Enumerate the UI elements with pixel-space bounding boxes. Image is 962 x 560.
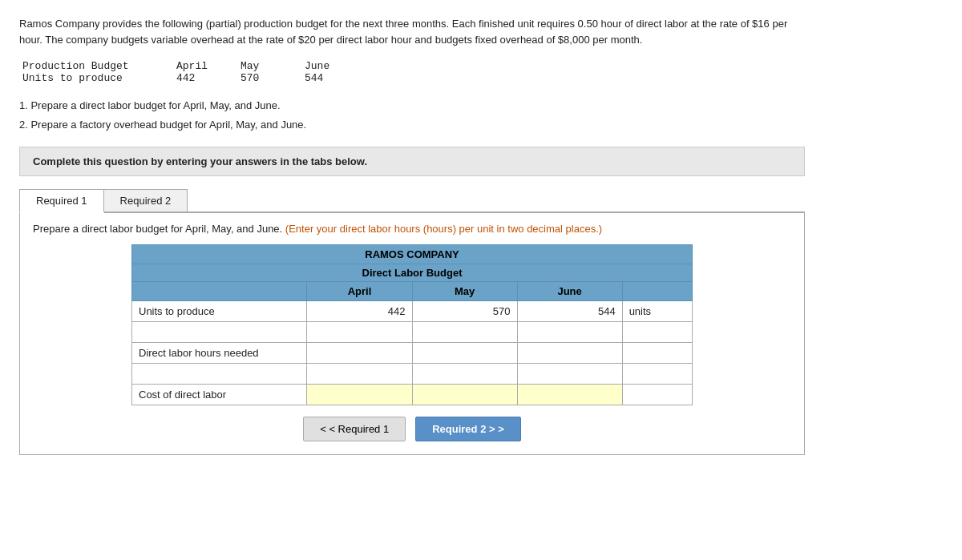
complete-box: Complete this question by entering your …	[19, 147, 805, 176]
tab-required2[interactable]: Required 2	[103, 189, 188, 212]
tab-instruction: Prepare a direct labor budget for April,…	[33, 223, 791, 235]
prod-val-june: 544	[305, 72, 343, 84]
budget-table: RAMOS COMPANY Direct Labor Budget April …	[131, 244, 693, 405]
cost-june-input[interactable]	[518, 385, 622, 405]
budget-table-wrapper: RAMOS COMPANY Direct Labor Budget April …	[131, 244, 693, 405]
input1-june-cell[interactable]	[517, 322, 622, 343]
dlh-may-input[interactable]	[413, 343, 517, 363]
tabs-container: Required 1 Required 2	[19, 189, 805, 213]
tab-instruction-orange: (Enter your direct labor hours (hours) p…	[285, 223, 602, 235]
units-april-value: 442	[307, 301, 412, 322]
col-june-header: June	[517, 282, 622, 301]
tab-instruction-plain: Prepare a direct labor budget for April,…	[33, 223, 282, 235]
input2-may-cell[interactable]	[412, 364, 517, 385]
instruction-line1: 1. Prepare a direct labor budget for Apr…	[19, 97, 805, 115]
cost-april-input[interactable]	[307, 385, 411, 405]
prod-col-may-header: May	[240, 60, 279, 72]
input2-may-input[interactable]	[413, 364, 517, 384]
tab-required1[interactable]: Required 1	[19, 189, 104, 213]
instruction-line2: 2. Prepare a factory overhead budget for…	[19, 116, 805, 134]
input1-may-input[interactable]	[413, 322, 517, 342]
units-unit-label: units	[622, 301, 692, 322]
prod-col-april-header: April	[176, 60, 215, 72]
input2-april-cell[interactable]	[307, 364, 412, 385]
tab-content: Prepare a direct labor budget for April,…	[19, 213, 805, 455]
complete-box-text: Complete this question by entering your …	[33, 155, 367, 167]
input2-label	[132, 364, 307, 385]
input1-june-input[interactable]	[518, 322, 622, 342]
table-row-units: Units to produce 442 570 544 units	[132, 301, 693, 322]
units-june-value: 544	[517, 301, 622, 322]
cost-label: Cost of direct labor	[132, 385, 307, 405]
table-row-input1[interactable]	[132, 322, 693, 343]
input1-may-cell[interactable]	[412, 322, 517, 343]
input1-april-input[interactable]	[307, 322, 411, 342]
instructions: 1. Prepare a direct labor budget for Apr…	[19, 97, 805, 134]
production-budget-table: Production Budget April May June Units t…	[22, 60, 943, 84]
input1-april-cell[interactable]	[307, 322, 412, 343]
cost-may-cell[interactable]	[412, 385, 517, 405]
nav-btn-required1[interactable]: < Required 1	[303, 417, 406, 441]
col-may-header: May	[412, 282, 517, 301]
prod-val-april: 442	[176, 72, 215, 84]
col-label-header	[132, 282, 307, 301]
input1-unit-cell	[622, 322, 692, 343]
table-header-cols: April May June	[132, 282, 693, 301]
table-row-dlh[interactable]: Direct labor hours needed	[132, 343, 693, 364]
dlh-april-cell[interactable]	[307, 343, 412, 364]
table-row-cost[interactable]: Cost of direct labor	[132, 385, 693, 405]
table-header-title: Direct Labor Budget	[132, 264, 693, 282]
table-row-input2[interactable]	[132, 364, 693, 385]
dlh-april-input[interactable]	[307, 343, 411, 363]
table-header-company: RAMOS COMPANY	[132, 245, 693, 264]
col-april-header: April	[307, 282, 412, 301]
cost-april-cell[interactable]	[307, 385, 412, 405]
dlh-june-cell[interactable]	[517, 343, 622, 364]
dlh-unit-cell	[622, 343, 692, 364]
intro-text: Ramos Company provides the following (pa…	[19, 16, 805, 47]
input2-june-cell[interactable]	[517, 364, 622, 385]
input2-june-input[interactable]	[518, 364, 622, 384]
nav-btn-required2[interactable]: Required 2 >	[415, 417, 521, 441]
dlh-label: Direct labor hours needed	[132, 343, 307, 364]
cost-unit-cell	[622, 385, 692, 405]
input2-april-input[interactable]	[307, 364, 411, 384]
table-title-cell: Direct Labor Budget	[132, 264, 693, 282]
prod-col-june-header: June	[305, 60, 343, 72]
cost-june-cell[interactable]	[517, 385, 622, 405]
prod-val-may: 570	[240, 72, 279, 84]
nav-buttons: < Required 1 Required 2 >	[33, 417, 791, 441]
units-label: Units to produce	[132, 301, 307, 322]
dlh-june-input[interactable]	[518, 343, 622, 363]
company-name-cell: RAMOS COMPANY	[132, 245, 693, 264]
prod-label2: Units to produce	[22, 72, 151, 84]
input2-unit-cell	[622, 364, 692, 385]
input1-label	[132, 322, 307, 343]
prod-label1: Production Budget	[22, 60, 151, 72]
col-unit-header	[622, 282, 692, 301]
cost-may-input[interactable]	[413, 385, 517, 405]
dlh-may-cell[interactable]	[412, 343, 517, 364]
units-may-value: 570	[412, 301, 517, 322]
